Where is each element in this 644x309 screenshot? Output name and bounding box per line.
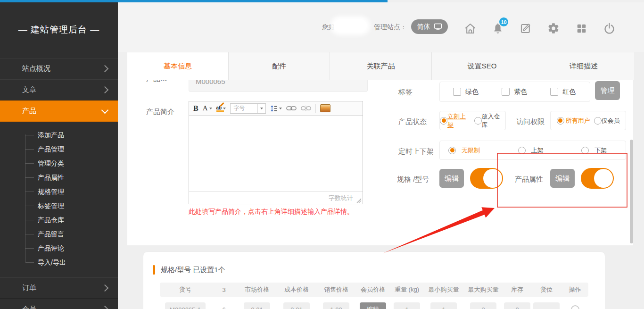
manage-tags-button[interactable]: 管理 [595, 81, 620, 100]
spec-model-toggle[interactable] [470, 168, 503, 189]
tag-option-green[interactable]: 绿色 [453, 88, 479, 96]
notification-badge: 10 [499, 17, 508, 26]
editor-status-bar: 字数统计 [189, 191, 363, 204]
tag-option-purple[interactable]: 紫色 [502, 88, 527, 96]
editor-content-area[interactable] [189, 116, 363, 191]
weight-field[interactable]: 1 [394, 302, 420, 309]
home-button[interactable] [463, 21, 477, 35]
tag-label: 紫色 [514, 88, 527, 96]
product-status-label: 产品状态 [398, 117, 427, 126]
sale-price-field[interactable]: 1.00 [323, 302, 349, 309]
radio-selected-icon[interactable] [440, 117, 447, 125]
sidebar-item-site-overview[interactable]: 站点概况 [0, 58, 118, 79]
radio-icon[interactable] [518, 147, 526, 154]
sidebar-item-members[interactable]: 会员 [0, 299, 118, 309]
cost-price-field[interactable]: 0.01 [283, 302, 310, 309]
submenu-item-product-attributes[interactable]: 产品属性 [0, 170, 118, 184]
link-icon[interactable] [286, 105, 297, 111]
market-price-field[interactable]: 0.01 [244, 302, 270, 309]
submenu-item-import-export[interactable]: 导入/导出 [0, 255, 118, 269]
sidebar-item-products[interactable]: 产品 [0, 100, 118, 122]
notifications-button[interactable]: 10 [491, 21, 505, 35]
product-attr-edit-button[interactable]: 编辑 [550, 169, 575, 188]
radio-option-no-limit[interactable]: 无限制 [448, 146, 480, 155]
tag-label: 绿色 [465, 88, 479, 96]
checkbox-green[interactable] [453, 88, 461, 96]
toolbar-separator [315, 104, 316, 113]
monitor-icon [434, 23, 442, 31]
caret-down-icon [257, 104, 265, 113]
tab-basic-info[interactable]: 基本信息 [127, 52, 228, 80]
site-language-button[interactable]: 简体 [411, 19, 448, 34]
edit-button[interactable] [519, 21, 533, 35]
row-value: 6 [211, 306, 237, 309]
submenu-item-category-management[interactable]: 管理分类 [0, 156, 118, 170]
radio-option-to-warehouse[interactable]: 放入仓库 [474, 112, 506, 129]
tab-related-products[interactable]: 关联产品 [330, 52, 431, 80]
sidebar: — 建站管理后台 — 站点概况 文章 产品 添加产品 产品管理 管理分类 产品属… [0, 2, 118, 309]
min-qty-field[interactable]: 1 [430, 302, 457, 309]
radio-option-all-users[interactable]: 所有用户 [557, 117, 590, 125]
insert-image-button[interactable] [320, 104, 330, 112]
checkbox-red[interactable] [550, 88, 558, 96]
radio-option-on-shelf-now[interactable]: 立刻上架 [440, 112, 471, 129]
chevron-down-icon [101, 107, 109, 114]
highlight-button[interactable]: ab [216, 105, 226, 112]
access-group: 所有用户 仅会员 [550, 111, 626, 130]
logout-button[interactable] [602, 21, 616, 35]
font-color-button[interactable]: A [203, 104, 212, 112]
unlink-icon[interactable] [301, 105, 311, 111]
radio-option-members-only[interactable]: 仅会员 [594, 117, 620, 125]
gear-icon [547, 22, 560, 34]
resize-grip-icon[interactable] [356, 198, 362, 203]
product-status-group: 立刻上架 放入仓库 [439, 111, 506, 130]
submenu-item-tag-management[interactable]: 标签管理 [0, 199, 118, 213]
radio-option-on-shelf[interactable]: 上架 [518, 146, 544, 155]
line-height-button[interactable] [270, 105, 282, 112]
chevron-right-icon [101, 65, 109, 73]
radio-icon[interactable] [474, 117, 482, 125]
row-action-icon[interactable] [571, 305, 579, 309]
schedule-group: 无限制 上架 下架 [439, 141, 626, 160]
col-header: 销售价格 [316, 285, 356, 294]
radio-icon[interactable] [594, 117, 602, 125]
submenu-item-product-messages[interactable]: 产品留言 [0, 227, 118, 241]
radio-label: 放入仓库 [482, 112, 506, 129]
submenu-item-product-warehouse[interactable]: 产品仓库 [0, 213, 118, 227]
settings-button[interactable] [546, 21, 561, 35]
stock-field[interactable]: 0 [504, 302, 530, 309]
tag-label: 红色 [562, 88, 576, 96]
submenu-item-add-product[interactable]: 添加产品 [0, 128, 118, 142]
rich-text-editor: B A ab 字号 [189, 101, 363, 204]
sidebar-item-articles[interactable]: 文章 [0, 79, 118, 100]
scrollbar-thumb[interactable] [630, 140, 633, 243]
max-qty-field[interactable]: 2 [470, 302, 496, 309]
top-header: 您好： 管理站点： 简体 10 [118, 2, 644, 52]
sidebar-item-orders[interactable]: 订单 [0, 277, 118, 299]
radio-selected-icon[interactable] [557, 117, 564, 125]
tab-accessories[interactable]: 配件 [228, 52, 330, 80]
col-header: 货号 [160, 285, 211, 294]
apps-button[interactable] [574, 21, 588, 35]
sidebar-item-label: 站点概况 [22, 64, 50, 73]
tag-option-red[interactable]: 红色 [550, 88, 576, 96]
radio-selected-icon[interactable] [448, 147, 456, 154]
header-icon-bar: 10 [463, 21, 616, 35]
col-header: 重量 (kg) [390, 285, 424, 294]
tab-detailed-description[interactable]: 详细描述 [533, 52, 634, 80]
font-size-select[interactable]: 字号 [230, 103, 266, 114]
product-attr-toggle[interactable] [581, 168, 614, 189]
spec-model-edit-button[interactable]: 编辑 [439, 169, 464, 188]
tab-seo-settings[interactable]: 设置SEO [431, 52, 533, 80]
radio-icon[interactable] [581, 147, 589, 154]
sku-field[interactable]: M000065-1 [165, 302, 206, 309]
bold-button[interactable]: B [193, 104, 198, 113]
row-edit-button[interactable]: 编辑 [360, 302, 386, 309]
checkbox-purple[interactable] [502, 88, 510, 96]
location-field[interactable] [533, 302, 560, 309]
radio-option-off-shelf[interactable]: 下架 [581, 146, 607, 155]
submenu-item-product-management[interactable]: 产品管理 [0, 142, 118, 156]
submenu-item-product-reviews[interactable]: 产品评论 [0, 241, 118, 255]
submenu-item-spec-management[interactable]: 规格管理 [0, 184, 118, 199]
chevron-right-icon [101, 306, 109, 309]
